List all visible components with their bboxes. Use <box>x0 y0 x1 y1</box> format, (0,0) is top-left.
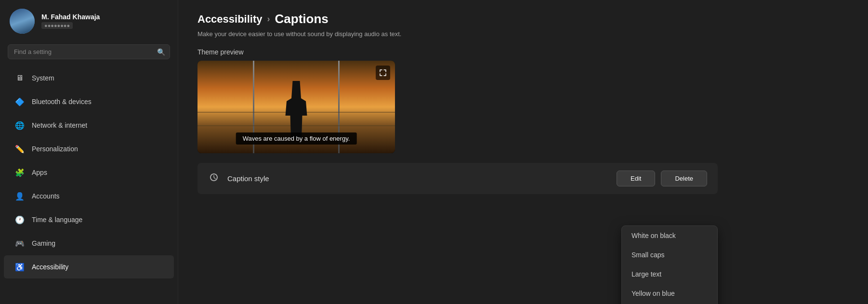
sidebar-item-label: Accessibility <box>32 263 68 271</box>
accessibility-icon: ♿ <box>14 262 25 272</box>
profile-name: M. Fahad Khawaja <box>41 13 100 21</box>
breadcrumb-current: Captions <box>275 12 329 26</box>
dropdown-item-white-on-black[interactable]: White on black <box>622 226 717 245</box>
theme-preview-label: Theme preview <box>197 48 849 56</box>
caption-style-actions: Edit Delete <box>617 171 707 186</box>
sidebar-item-bluetooth[interactable]: 🔷 Bluetooth & devices <box>4 90 174 113</box>
sidebar-item-network[interactable]: 🌐 Network & internet <box>4 114 174 137</box>
sidebar-item-label: Bluetooth & devices <box>32 98 92 106</box>
breadcrumb-separator: › <box>267 14 270 24</box>
expand-button[interactable] <box>376 66 390 80</box>
sidebar-item-label: Network & internet <box>32 121 87 129</box>
sidebar-nav: 🖥 System 🔷 Bluetooth & devices 🌐 Network… <box>0 64 178 304</box>
caption-style-label: Caption style <box>227 174 269 183</box>
search-icon: 🔍 <box>157 48 165 56</box>
sidebar-item-label: Accounts <box>32 192 60 200</box>
avatar[interactable] <box>10 9 35 34</box>
sidebar-item-accessibility[interactable]: ♿ Accessibility <box>4 255 174 278</box>
caption-style-row: Caption style Edit Delete White on black… <box>197 163 718 194</box>
sidebar-item-apps[interactable]: 🧩 Apps <box>4 161 174 184</box>
dropdown-item-large-text[interactable]: Large text <box>622 264 717 284</box>
breadcrumb: Accessibility › Captions <box>197 12 849 26</box>
sidebar-item-label: Apps <box>32 169 47 176</box>
preview-caption-text: Waves are caused by a flow of energy. <box>236 132 357 145</box>
dropdown-item-small-caps[interactable]: Small caps <box>622 245 717 264</box>
page-description: Make your device easier to use without s… <box>197 30 849 38</box>
network-icon: 🌐 <box>14 120 25 131</box>
profile-info: M. Fahad Khawaja ●●●●●●●● <box>41 13 100 29</box>
dropdown-menu: White on black Small caps Large text Yel… <box>621 225 718 304</box>
bluetooth-icon: 🔷 <box>14 96 25 107</box>
sidebar-item-label: System <box>32 74 54 82</box>
sidebar-item-system[interactable]: 🖥 System <box>4 66 174 90</box>
sidebar-item-label: Personalization <box>32 145 78 153</box>
apps-icon: 🧩 <box>14 167 25 178</box>
delete-button[interactable]: Delete <box>661 171 707 186</box>
profile-sub: ●●●●●●●● <box>41 22 73 29</box>
dropdown-item-yellow-on-blue[interactable]: Yellow on blue <box>622 284 717 303</box>
accounts-icon: 👤 <box>14 191 25 201</box>
sidebar-item-label: Time & language <box>32 216 82 224</box>
sidebar-item-personalization[interactable]: ✏️ Personalization <box>4 137 174 160</box>
search-input[interactable] <box>8 44 170 59</box>
breadcrumb-parent[interactable]: Accessibility <box>197 13 263 26</box>
theme-preview-container: Waves are caused by a flow of energy. <box>197 61 395 153</box>
time-icon: 🕐 <box>14 214 25 225</box>
personalization-icon: ✏️ <box>14 144 25 154</box>
main-content: Accessibility › Captions Make your devic… <box>178 0 868 304</box>
search-box: 🔍 <box>8 44 170 59</box>
gaming-icon: 🎮 <box>14 238 25 249</box>
sidebar-item-gaming[interactable]: 🎮 Gaming <box>4 232 174 255</box>
sidebar-item-time[interactable]: 🕐 Time & language <box>4 208 174 231</box>
profile-section: M. Fahad Khawaja ●●●●●●●● <box>0 0 178 40</box>
preview-silhouette <box>284 81 308 139</box>
expand-icon <box>380 69 386 76</box>
edit-button[interactable]: Edit <box>617 171 655 186</box>
sidebar-item-label: Gaming <box>32 239 55 247</box>
sidebar-item-accounts[interactable]: 👤 Accounts <box>4 185 174 208</box>
caption-style-icon <box>208 172 220 186</box>
sidebar: M. Fahad Khawaja ●●●●●●●● 🔍 🖥 System 🔷 B… <box>0 0 178 304</box>
system-icon: 🖥 <box>14 73 25 83</box>
